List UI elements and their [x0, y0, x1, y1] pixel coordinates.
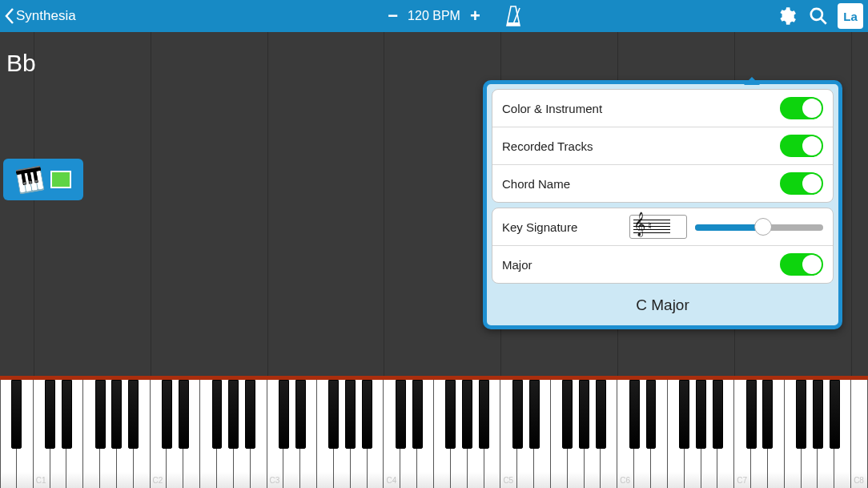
- row-chord-name: Chord Name: [492, 165, 833, 202]
- black-key[interactable]: [345, 380, 356, 449]
- black-key[interactable]: [762, 380, 773, 449]
- black-key[interactable]: [228, 380, 239, 449]
- slider-thumb[interactable]: [754, 218, 772, 236]
- chord-name-display: Bb: [6, 50, 36, 77]
- labels-button-text: La: [843, 10, 858, 23]
- black-key[interactable]: [396, 380, 406, 449]
- back-button[interactable]: Synthesia: [0, 0, 86, 32]
- popover-section-toggles: Color & Instrument Recorded Tracks Chord…: [492, 89, 834, 203]
- black-key[interactable]: [445, 380, 456, 449]
- popover-section-key: Key Signature 𝄞 ♮ Major: [492, 208, 834, 284]
- black-key[interactable]: [646, 380, 657, 449]
- black-key[interactable]: [746, 380, 757, 449]
- view-settings-popover: Color & Instrument Recorded Tracks Chord…: [483, 80, 842, 329]
- search-button[interactable]: [806, 3, 831, 29]
- row-key-signature: Key Signature 𝄞 ♮: [492, 208, 833, 246]
- top-bar: Synthesia − 120 BPM + La: [0, 0, 868, 32]
- black-key[interactable]: [596, 380, 606, 449]
- key-label: C4: [386, 476, 396, 485]
- black-key[interactable]: [796, 380, 806, 449]
- row-color-instrument: Color & Instrument: [492, 90, 833, 127]
- black-key[interactable]: [62, 380, 72, 449]
- tempo-plus-button[interactable]: +: [467, 7, 484, 25]
- black-key[interactable]: [11, 380, 22, 449]
- black-key[interactable]: [128, 380, 139, 449]
- black-key[interactable]: [830, 380, 840, 449]
- key-label: C3: [270, 476, 280, 485]
- chevron-left-icon: [3, 6, 16, 26]
- black-key[interactable]: [629, 380, 640, 449]
- black-key[interactable]: [713, 380, 723, 449]
- black-key[interactable]: [679, 380, 689, 449]
- black-key[interactable]: [162, 380, 172, 449]
- key-label: C8: [854, 476, 864, 485]
- tempo-minus-button[interactable]: −: [384, 7, 401, 25]
- piano-icon: 🎹: [14, 164, 46, 196]
- gear-icon: [776, 6, 797, 26]
- track-color-swatch: [50, 171, 71, 188]
- black-key[interactable]: [245, 380, 255, 449]
- key-label: C1: [36, 476, 46, 485]
- svg-line-3: [821, 18, 826, 24]
- back-label: Synthesia: [16, 8, 76, 24]
- svg-point-2: [811, 9, 822, 20]
- key-label: C5: [503, 476, 513, 485]
- row-major: Major: [492, 246, 833, 283]
- black-key[interactable]: [212, 380, 223, 449]
- toggle-chord-name[interactable]: [780, 172, 823, 195]
- toggle-color-instrument[interactable]: [780, 97, 823, 119]
- tempo-value: 120 BPM: [408, 9, 460, 23]
- toggle-recorded-tracks[interactable]: [780, 135, 823, 157]
- labels-button[interactable]: La: [838, 3, 863, 29]
- metronome-icon: [504, 5, 522, 27]
- black-key[interactable]: [479, 380, 489, 449]
- svg-rect-1: [507, 22, 520, 26]
- settings-button[interactable]: [774, 3, 799, 29]
- black-key[interactable]: [179, 380, 189, 449]
- black-key[interactable]: [462, 380, 472, 449]
- black-key[interactable]: [111, 380, 122, 449]
- row-label: Chord Name: [502, 177, 570, 191]
- black-key[interactable]: [696, 380, 706, 449]
- black-key[interactable]: [813, 380, 823, 449]
- black-key[interactable]: [295, 380, 306, 449]
- black-key[interactable]: [328, 380, 339, 449]
- black-key[interactable]: [45, 380, 55, 449]
- black-key[interactable]: [412, 380, 423, 449]
- piano-keys[interactable]: C1C2C3C4C5C6C7C8: [0, 380, 868, 488]
- black-key[interactable]: [362, 380, 372, 449]
- white-key[interactable]: [851, 380, 868, 488]
- row-recorded-tracks: Recorded Tracks: [492, 127, 833, 165]
- toggle-major[interactable]: [780, 253, 823, 276]
- key-signature-slider[interactable]: [695, 217, 823, 236]
- black-key[interactable]: [579, 380, 589, 449]
- selected-key-display: C Major: [487, 287, 838, 325]
- topbar-right: La: [774, 0, 863, 32]
- key-label: C6: [620, 476, 630, 485]
- row-label: Major: [502, 258, 532, 272]
- black-key[interactable]: [562, 380, 573, 449]
- row-label: Recorded Tracks: [502, 139, 593, 153]
- row-label: Color & Instrument: [502, 102, 602, 115]
- metronome-button[interactable]: [496, 0, 530, 32]
- black-key[interactable]: [512, 380, 523, 449]
- black-key[interactable]: [529, 380, 540, 449]
- piano-keyboard: C1C2C3C4C5C6C7C8: [0, 376, 868, 488]
- key-label: C7: [737, 476, 747, 485]
- row-label: Key Signature: [502, 220, 577, 234]
- magnify-icon: [808, 6, 829, 26]
- black-key[interactable]: [279, 380, 289, 449]
- track-chip[interactable]: 🎹: [3, 159, 83, 200]
- key-label: C2: [153, 476, 163, 485]
- note-fall-area: Bb 🎹 Color & Instrument Recorded Tracks …: [0, 32, 868, 376]
- black-key[interactable]: [95, 380, 106, 449]
- key-signature-staff: 𝄞 ♮: [629, 215, 687, 239]
- tempo-control: − 120 BPM +: [384, 7, 484, 25]
